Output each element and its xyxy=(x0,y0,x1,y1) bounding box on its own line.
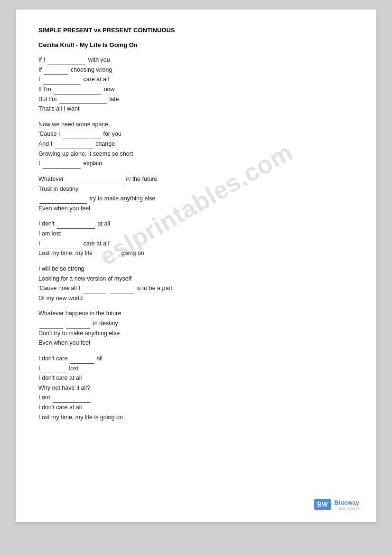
line: Why not have it all? xyxy=(38,383,354,393)
bw-badge: BW xyxy=(314,499,332,510)
line: I don't care all xyxy=(38,354,354,364)
blueway-branding: Blueway ESL TASKS xyxy=(334,498,359,511)
line: try to make anything else xyxy=(38,194,354,204)
line: But I'm late xyxy=(38,94,354,104)
line: I don't care at all xyxy=(38,373,354,383)
worksheet-page: eslprintables.com SIMPLE PRESENT vs PRES… xyxy=(16,9,376,522)
footer-logo: BW Blueway ESL TASKS xyxy=(314,498,359,511)
line: I am lost xyxy=(38,229,354,239)
lyrics-container: If I with you If choosing wrong I care a… xyxy=(38,55,354,422)
line: I will be so strong xyxy=(38,264,354,274)
line: If I'm now xyxy=(38,85,354,94)
line: 'Cause now all I is to be a part xyxy=(38,283,354,293)
line: I care at all xyxy=(38,75,354,85)
blueway-label: Blueway xyxy=(334,499,359,506)
line: Trust in destiny xyxy=(38,184,354,194)
line: I lost xyxy=(38,364,354,374)
blank[interactable] xyxy=(95,258,119,258)
line: Even when you feel xyxy=(38,204,354,214)
stanza-1: If I with you If choosing wrong I care a… xyxy=(38,55,354,114)
line: Don't try to make anything else xyxy=(38,329,354,339)
stanza-5: I will be so strong Looking for a new ve… xyxy=(38,264,354,303)
line: Now we need some space xyxy=(38,120,354,130)
song-title: Cecilia Krull - My Life Is Going On xyxy=(38,41,354,48)
stanza-3: Whatever in the future Trust in destiny … xyxy=(38,174,354,214)
line: If choosing wrong xyxy=(38,65,354,75)
stanza-7: I don't care all I lost I don't care at … xyxy=(38,354,354,422)
stanza-6: Whatever happens in the future in destin… xyxy=(38,309,354,348)
line: I care at all xyxy=(38,239,354,249)
line: Looking for a new version of myself xyxy=(38,274,354,284)
line: Whatever happens in the future xyxy=(38,309,354,319)
stanza-4: I don't at all I am lost I care at all L… xyxy=(38,219,354,258)
line: If I with you xyxy=(38,55,354,65)
blueway-sub: ESL TASKS xyxy=(334,507,359,511)
line: Whatever in the future xyxy=(38,174,354,184)
blank[interactable] xyxy=(57,228,95,229)
line: Growing up alone, it seems so short xyxy=(38,149,354,159)
line: Lost my time, my life is going on xyxy=(38,413,354,423)
line: in destiny xyxy=(38,319,354,329)
blank[interactable] xyxy=(110,293,134,293)
line: I explain xyxy=(38,159,354,169)
blank[interactable] xyxy=(83,293,106,293)
stanza-2: Now we need some space 'Cause I for you … xyxy=(38,120,354,169)
blank[interactable] xyxy=(43,168,81,169)
line: I am xyxy=(38,393,354,403)
line: 'Cause I for you xyxy=(38,129,354,139)
line: Lost my time, my life going on xyxy=(38,248,354,258)
line: Even when you feel xyxy=(38,338,354,348)
line: I don't care at all xyxy=(38,403,354,413)
line: And I change xyxy=(38,139,354,149)
main-title: SIMPLE PRESENT vs PRESENT CONTINUOUS xyxy=(38,27,354,34)
line: I don't at all xyxy=(38,219,354,229)
line: That's all I want xyxy=(38,104,354,114)
line: Of my new world xyxy=(38,293,354,303)
